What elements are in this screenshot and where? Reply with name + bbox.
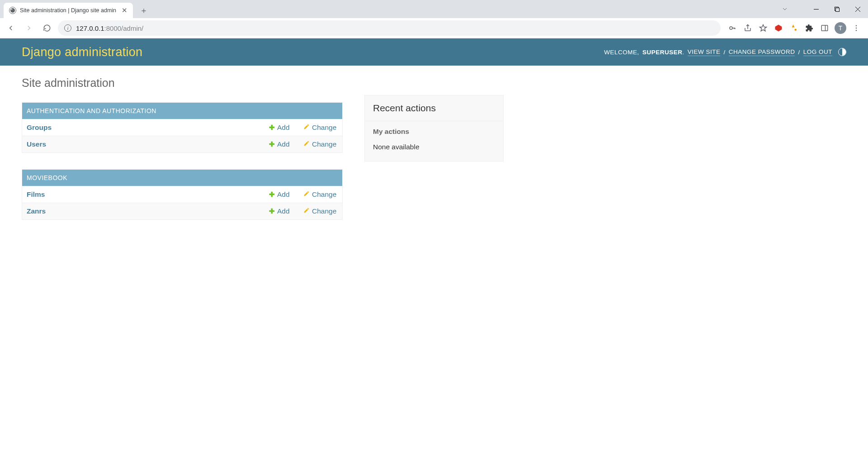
model-link[interactable]: Users: [27, 140, 46, 148]
app-caption: MOVIEBOOK: [22, 170, 342, 186]
back-button[interactable]: [4, 21, 18, 35]
brand-title[interactable]: Django administration: [22, 45, 142, 59]
pencil-icon: [303, 190, 310, 199]
forward-button[interactable]: [22, 21, 36, 35]
model-link[interactable]: Groups: [27, 124, 52, 131]
change-link[interactable]: Change: [303, 190, 338, 199]
theme-toggle-icon[interactable]: [838, 48, 846, 56]
change-link[interactable]: Change: [303, 140, 338, 148]
view-site-link[interactable]: VIEW SITE: [688, 48, 721, 56]
app-module-auth: AUTHENTICATION AND AUTHORIZATION Groups …: [22, 102, 343, 153]
add-link[interactable]: ✚Add: [269, 140, 303, 148]
recent-subheading: My actions: [365, 121, 503, 138]
svg-rect-2: [835, 8, 839, 11]
close-tab-button[interactable]: ✕: [122, 6, 127, 14]
model-row-zanrs: Zanrs ✚Add Change: [22, 203, 342, 219]
kebab-menu-icon[interactable]: [851, 23, 862, 33]
app-caption-link[interactable]: AUTHENTICATION AND AUTHORIZATION: [27, 107, 156, 114]
svg-point-16: [856, 25, 857, 26]
username: SUPERUSER: [642, 49, 683, 56]
profile-avatar[interactable]: T: [835, 22, 846, 34]
model-link[interactable]: Zanrs: [27, 207, 46, 215]
model-row-films: Films ✚Add Change: [22, 186, 342, 203]
globe-icon: [9, 7, 16, 14]
window-controls: [806, 0, 868, 18]
recent-actions-panel: Recent actions My actions None available: [364, 95, 504, 162]
change-link[interactable]: Change: [303, 124, 338, 132]
window-close-button[interactable]: [847, 0, 868, 18]
recent-empty-text: None available: [365, 138, 503, 161]
tab-title: Site administration | Django site admin: [20, 7, 118, 14]
model-row-users: Users ✚Add Change: [22, 136, 342, 152]
bookmark-star-icon[interactable]: [758, 23, 769, 33]
site-info-icon[interactable]: i: [64, 24, 71, 32]
browser-chrome: Site administration | Django site admin …: [0, 0, 868, 38]
tab-strip: Site administration | Django site admin …: [0, 0, 868, 18]
tab-search-chevron-icon[interactable]: [781, 5, 788, 14]
share-icon[interactable]: [742, 23, 753, 33]
window-maximize-button[interactable]: [826, 0, 847, 18]
plus-icon: ✚: [269, 190, 275, 199]
svg-marker-12: [775, 25, 782, 32]
browser-tab[interactable]: Site administration | Django site admin …: [4, 3, 133, 18]
add-link[interactable]: ✚Add: [269, 190, 303, 199]
plus-icon: ✚: [269, 140, 275, 148]
svg-point-17: [856, 28, 857, 28]
plus-icon: ✚: [269, 207, 275, 215]
svg-point-18: [856, 30, 857, 31]
model-link[interactable]: Films: [27, 190, 45, 198]
change-password-link[interactable]: CHANGE PASSWORD: [729, 48, 795, 56]
add-link[interactable]: ✚Add: [269, 207, 303, 215]
svg-point-6: [730, 27, 732, 29]
model-row-groups: Groups ✚Add Change: [22, 119, 342, 136]
welcome-text: WELCOME,: [604, 49, 639, 56]
pencil-icon: [303, 207, 310, 215]
window-minimize-button[interactable]: [806, 0, 826, 18]
app-module-moviebook: MOVIEBOOK Films ✚Add Change Zanrs ✚Add C…: [22, 169, 343, 220]
user-tools: WELCOME, SUPERUSER. VIEW SITE / CHANGE P…: [604, 48, 846, 56]
browser-toolbar: i 127.0.0.1:8000/admin/ T: [0, 18, 868, 38]
content: Site administration AUTHENTICATION AND A…: [0, 66, 868, 247]
plus-icon: ✚: [269, 124, 275, 132]
app-caption-link[interactable]: MOVIEBOOK: [27, 174, 67, 181]
pencil-icon: [303, 140, 310, 148]
password-key-icon[interactable]: [727, 23, 738, 33]
change-link[interactable]: Change: [303, 207, 338, 215]
extension-icon-2[interactable]: [788, 23, 799, 33]
side-panel-icon[interactable]: [819, 23, 830, 33]
pencil-icon: [303, 124, 310, 132]
main-column: Site administration AUTHENTICATION AND A…: [22, 76, 343, 236]
django-header: Django administration WELCOME, SUPERUSER…: [0, 38, 868, 66]
page-title: Site administration: [22, 76, 343, 90]
chrome-actions: T: [724, 22, 864, 34]
new-tab-button[interactable]: ＋: [137, 4, 150, 17]
svg-rect-14: [821, 25, 828, 31]
address-bar[interactable]: i 127.0.0.1:8000/admin/: [58, 20, 721, 36]
url-text: 127.0.0.1:8000/admin/: [76, 24, 143, 32]
app-caption: AUTHENTICATION AND AUTHORIZATION: [22, 103, 342, 119]
side-column: Recent actions My actions None available: [364, 95, 504, 236]
reload-button[interactable]: [40, 21, 54, 35]
svg-point-13: [795, 29, 797, 31]
recent-heading: Recent actions: [365, 95, 503, 121]
logout-link[interactable]: LOG OUT: [803, 48, 832, 56]
add-link[interactable]: ✚Add: [269, 124, 303, 132]
svg-marker-11: [760, 25, 767, 31]
extension-icon-1[interactable]: [773, 23, 784, 33]
extensions-puzzle-icon[interactable]: [804, 23, 815, 33]
